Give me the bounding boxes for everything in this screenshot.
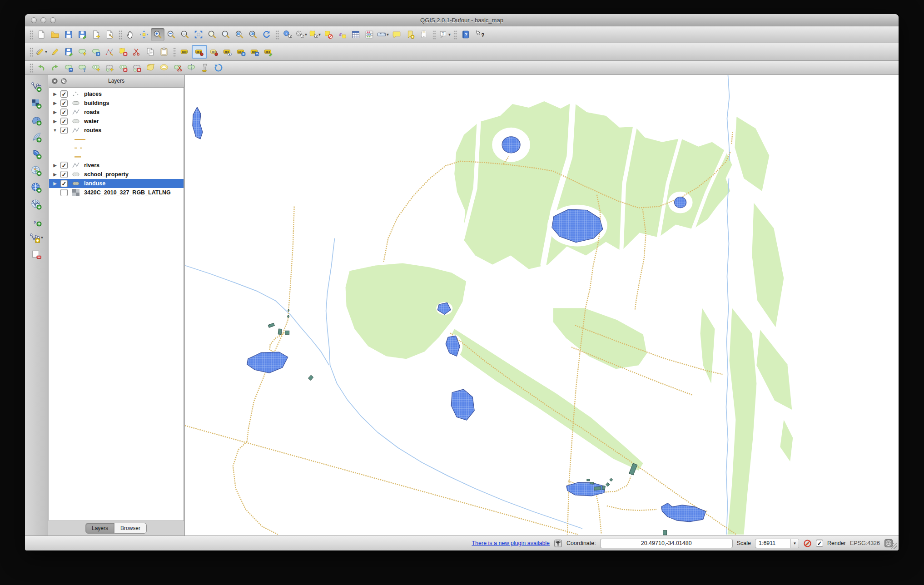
zoom-next-icon[interactable] (246, 28, 260, 41)
rotate-label-icon[interactable]: abc (248, 45, 262, 58)
layer-visibility-checkbox[interactable]: ✓ (60, 109, 68, 116)
plugin-available-link[interactable]: There is a new plugin available (472, 540, 550, 546)
pan-map-icon[interactable] (124, 28, 137, 41)
merge-attributes-icon[interactable] (198, 61, 212, 74)
new-project-icon[interactable] (35, 28, 48, 41)
add-postgis-layer-icon[interactable] (29, 113, 44, 127)
save-project-icon[interactable] (62, 28, 75, 41)
layer-visibility-checkbox[interactable]: ✓ (60, 90, 68, 98)
layer-item-water[interactable]: ▶✓water (49, 117, 184, 126)
layer-item-landuse[interactable]: ▶✓landuse (49, 179, 184, 188)
show-bookmarks-icon[interactable] (417, 28, 431, 41)
toggle-editing-icon[interactable] (48, 45, 62, 58)
layer-item-roads[interactable]: ▶✓roads (49, 108, 184, 117)
open-project-icon[interactable] (48, 28, 62, 41)
add-spatialite-layer-icon[interactable] (29, 130, 44, 144)
add-wms-layer-icon[interactable] (29, 164, 44, 178)
resize-grip[interactable] (891, 543, 897, 549)
new-print-composer-icon[interactable] (89, 28, 103, 41)
current-edits-icon[interactable]: ▼ (35, 45, 48, 58)
open-attribute-table-icon[interactable] (349, 28, 363, 41)
panel-tab-layers[interactable]: Layers (85, 523, 114, 534)
composer-manager-icon[interactable] (103, 28, 116, 41)
delete-part-icon[interactable] (130, 61, 144, 74)
layer-item-school_property[interactable]: ▶✓school_property (49, 170, 184, 179)
layer-item-rivers[interactable]: ▶✓rivers (49, 161, 184, 170)
cut-features-icon[interactable] (130, 45, 144, 58)
layer-visibility-checkbox[interactable]: ✓ (60, 118, 68, 125)
expand-arrow-icon[interactable]: ▶ (53, 92, 57, 96)
add-wfs-layer-icon[interactable] (29, 197, 44, 211)
change-label-icon[interactable]: abc (262, 45, 275, 58)
layer-visibility-checkbox[interactable]: ✓ (60, 171, 68, 178)
add-delimited-text-layer-icon[interactable]: , (29, 214, 44, 228)
new-bookmark-icon[interactable] (403, 28, 417, 41)
delete-selected-icon[interactable] (116, 45, 130, 58)
layer-visibility-checkbox[interactable]: ✓ (60, 180, 68, 187)
zoom-to-layer-icon[interactable] (219, 28, 233, 41)
layer-visibility-checkbox[interactable] (60, 189, 68, 196)
stop-render-icon[interactable] (803, 539, 812, 548)
zoom-out-icon[interactable] (164, 28, 178, 41)
scale-dropdown-arrow[interactable]: ▼ (790, 539, 799, 548)
split-parts-icon[interactable] (184, 61, 198, 74)
pan-to-selection-icon[interactable] (137, 28, 151, 41)
zoom-to-selection-icon[interactable] (205, 28, 219, 41)
new-shapefile-layer-icon[interactable]: ▼ (29, 231, 44, 245)
refresh-map-icon[interactable] (260, 28, 273, 41)
deselect-features-icon[interactable] (322, 28, 335, 41)
layer-item-buildings[interactable]: ▶✓buildings (49, 99, 184, 108)
add-vector-layer-icon[interactable] (29, 79, 44, 94)
expand-arrow-icon[interactable]: ▶ (53, 163, 57, 168)
expand-arrow-icon[interactable]: ▶ (53, 110, 57, 114)
coordinate-input[interactable]: 20.49710,-34.01480 (600, 539, 733, 548)
save-layer-edits-icon[interactable] (62, 45, 75, 58)
rotate-point-symbols-icon[interactable] (212, 61, 225, 74)
layer-item-routes[interactable]: ▼✓routes (49, 126, 184, 135)
add-wcs-layer-icon[interactable] (29, 180, 44, 194)
whats-this-icon[interactable]: ? (472, 28, 486, 41)
render-checkbox[interactable]: ✓ (816, 540, 823, 547)
scale-combobox[interactable]: 1:6911 ▼ (755, 539, 799, 548)
expand-arrow-icon[interactable]: ▶ (53, 172, 57, 177)
show-hide-labels-icon[interactable]: abc (221, 45, 234, 58)
add-feature-icon[interactable] (75, 45, 89, 58)
node-tool-icon[interactable] (103, 45, 116, 58)
layer-visibility-checkbox[interactable]: ✓ (60, 162, 68, 169)
help-contents-icon[interactable]: ? (459, 28, 472, 41)
panel-tab-browser[interactable]: Browser (114, 523, 147, 534)
zoom-last-icon[interactable] (233, 28, 246, 41)
highlight-pinned-labels-icon[interactable]: ab (207, 45, 221, 58)
select-features-icon[interactable]: ▼ (308, 28, 322, 41)
collapse-arrow-icon[interactable]: ▼ (53, 128, 57, 133)
expand-arrow-icon[interactable]: ▶ (53, 181, 57, 186)
zoom-window-button[interactable] (50, 17, 56, 23)
paste-features-icon[interactable] (157, 45, 171, 58)
offset-curve-icon[interactable] (157, 61, 171, 74)
measure-icon[interactable]: ▼ (376, 28, 390, 41)
add-raster-layer-icon[interactable] (29, 96, 44, 110)
identify-features-icon[interactable]: i (281, 28, 294, 41)
pin-labels-icon[interactable]: abc (192, 45, 207, 59)
run-feature-action-icon[interactable]: ▼ (294, 28, 308, 41)
layer-item-3420C_2010_327_RGB_LATLNG[interactable]: 3420C_2010_327_RGB_LATLNG (49, 188, 184, 197)
reshape-features-icon[interactable] (144, 61, 157, 74)
labeling-icon[interactable]: abc (178, 45, 192, 58)
plugin-icon[interactable] (554, 539, 562, 548)
redo-icon[interactable] (48, 61, 62, 74)
zoom-in-icon[interactable] (151, 28, 164, 41)
split-features-icon[interactable] (171, 61, 184, 74)
zoom-full-extent-icon[interactable] (192, 28, 205, 41)
map-tips-icon[interactable] (390, 28, 403, 41)
move-feature-icon[interactable] (89, 45, 103, 58)
title-bar[interactable]: QGIS 2.0.1-Dufour - basic_map (25, 14, 899, 26)
text-annotation-icon[interactable]: T▼ (438, 28, 452, 41)
detach-panel-icon[interactable] (60, 78, 67, 84)
close-window-button[interactable] (31, 17, 37, 23)
copy-features-icon[interactable] (144, 45, 157, 58)
close-panel-icon[interactable] (51, 78, 58, 84)
layer-visibility-checkbox[interactable]: ✓ (60, 127, 68, 134)
zoom-native-icon[interactable]: 1:1 (178, 28, 192, 41)
add-part-icon[interactable] (103, 61, 116, 74)
save-project-as-icon[interactable] (75, 28, 89, 41)
